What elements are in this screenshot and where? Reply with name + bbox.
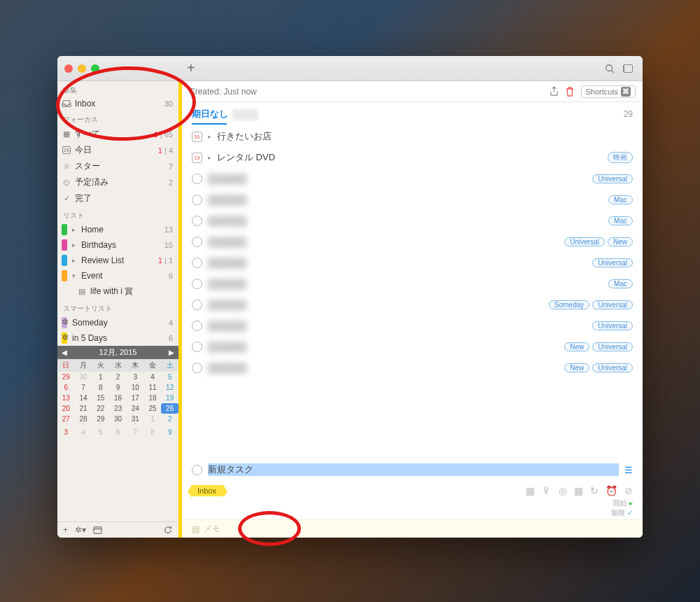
calendar-day[interactable]: 5 (92, 427, 109, 438)
task-row[interactable]: ██████UniversalNew (182, 231, 643, 252)
calendar-next[interactable]: ▶ (169, 349, 174, 356)
calendar-day[interactable]: 23 (109, 403, 127, 414)
location-icon[interactable]: ◎ (559, 485, 567, 496)
calendar-day[interactable]: 11 (144, 382, 162, 393)
task-checkbox[interactable] (192, 342, 202, 352)
calendar-day[interactable]: 15 (92, 393, 109, 403)
task-row[interactable]: ██████NewUniversal (182, 336, 643, 357)
calendar-day[interactable]: 8 (92, 382, 109, 393)
calendar-day[interactable]: 16 (109, 393, 127, 403)
memo-field[interactable]: ▤ メモ (182, 519, 643, 538)
calendar-day[interactable]: 17 (127, 393, 144, 403)
sidebar-list-item[interactable]: ▸Review List1 | 1 (57, 253, 178, 268)
sidebar-focus-item[interactable]: 26今日1 | 4 (57, 142, 178, 158)
tag[interactable]: Universal (592, 300, 633, 309)
calendar-day[interactable]: 9 (161, 427, 178, 438)
task-checkbox[interactable] (192, 195, 202, 205)
calendar-day[interactable]: 19 (161, 393, 178, 403)
calendar-day[interactable]: 13 (57, 393, 75, 403)
calendar-day[interactable]: 2 (161, 414, 178, 427)
calendar-day[interactable]: 7 (127, 427, 144, 438)
task-checkbox[interactable] (192, 321, 202, 331)
task-detail-icon[interactable]: ☰ (624, 465, 633, 475)
calendar-day[interactable]: 25 (144, 403, 162, 414)
tag[interactable]: Someday (549, 300, 589, 309)
calendar-day[interactable]: 18 (144, 393, 162, 403)
task-checkbox[interactable] (192, 174, 202, 184)
settings-icon[interactable]: ✲▾ (75, 525, 86, 535)
task-row[interactable]: ██████NewUniversal (182, 357, 643, 378)
tag[interactable]: Mac (608, 195, 633, 204)
calendar-day[interactable]: 27 (57, 414, 75, 427)
new-task-row[interactable]: 新規タスク ☰ (182, 459, 643, 480)
due-label[interactable]: 期限 (611, 509, 625, 517)
calendar-icon[interactable] (93, 526, 102, 534)
delete-icon[interactable] (566, 87, 574, 97)
calendar-day[interactable]: 31 (127, 414, 144, 427)
sidebar-inbox[interactable]: Inbox 30 (57, 97, 178, 111)
calendar-day[interactable]: 26 (161, 403, 178, 414)
tag[interactable]: New (608, 237, 633, 246)
calendar-day[interactable]: 24 (127, 403, 144, 414)
sidebar-smart-item[interactable]: ✲Someday4 (57, 315, 178, 330)
task-checkbox[interactable] (192, 465, 202, 475)
new-task-title[interactable]: 新規タスク (208, 463, 619, 476)
tag[interactable]: Universal (564, 237, 605, 246)
share-icon[interactable] (550, 86, 559, 97)
task-checkbox[interactable] (192, 363, 202, 373)
calendar-day[interactable]: 12 (161, 382, 178, 393)
calendar-day[interactable]: 1 (144, 414, 162, 427)
calendar-prev[interactable]: ◀ (62, 349, 67, 356)
task-date-box[interactable] (192, 132, 202, 142)
tag[interactable]: Mac (608, 279, 633, 288)
shortcuts-button[interactable]: Shortcuts⌘ (581, 85, 636, 98)
mini-calendar[interactable]: 日月火水木金土 29301234567891011121314151617181… (57, 359, 178, 438)
task-row[interactable]: ██████Universal (182, 168, 643, 189)
calendar-day[interactable]: 10 (127, 382, 144, 393)
add-button[interactable]: + (187, 60, 195, 76)
minimize-button[interactable] (78, 64, 86, 73)
calendar-day[interactable]: 30 (75, 372, 92, 382)
calendar-day[interactable]: 2 (109, 372, 127, 382)
calendar-day[interactable]: 14 (75, 393, 92, 403)
date-icon[interactable]: ▦ (574, 485, 583, 496)
calendar-day[interactable]: 6 (57, 382, 75, 393)
sidebar-focus-item[interactable]: ⏲予定済み2 (57, 174, 178, 190)
more-icon[interactable]: ⊘ (624, 485, 633, 496)
calendar-day[interactable]: 9 (109, 382, 127, 393)
calendar-day[interactable]: 28 (75, 414, 92, 427)
calendar-day[interactable]: 30 (109, 414, 127, 427)
sidebar-focus-item[interactable]: ▦すべて1 | 65 (57, 126, 178, 142)
calendar-day[interactable]: 4 (75, 427, 92, 438)
tag[interactable]: Universal (592, 342, 633, 351)
calendar-day[interactable]: 3 (57, 427, 75, 438)
task-checkbox[interactable] (192, 237, 202, 247)
sidebar-list-item[interactable]: ▸Birthdays15 (57, 237, 178, 253)
task-checkbox[interactable] (192, 279, 202, 289)
sidebar-smart-item[interactable]: ✲in 5 Days6 (57, 330, 178, 346)
tag[interactable]: Mac (608, 216, 633, 225)
start-label[interactable]: 開始 (613, 499, 627, 507)
add-list-icon[interactable]: + (63, 525, 68, 535)
calendar-day[interactable]: 1 (92, 372, 109, 382)
tag[interactable]: New (564, 363, 589, 372)
tag[interactable]: Universal (592, 321, 633, 330)
calendar-day[interactable]: 29 (57, 372, 75, 382)
reminder-icon[interactable]: ⏰ (606, 485, 617, 496)
zoom-button[interactable] (91, 64, 99, 73)
tag[interactable]: Universal (592, 363, 633, 372)
sidebar-list-item[interactable]: ▾Event6 (57, 268, 178, 284)
calendar-day[interactable]: 5 (161, 372, 178, 382)
sidebar-focus-item[interactable]: ☆スター7 (57, 158, 178, 174)
sidebar-list-item[interactable]: ▸Home13 (57, 222, 178, 237)
task-row[interactable]: ██████SomedayUniversal (182, 294, 643, 315)
calendar-day[interactable]: 20 (57, 403, 75, 414)
calendar-day[interactable]: 6 (109, 427, 127, 438)
mic-icon[interactable]: 🎙 (542, 485, 552, 496)
calendar-day[interactable]: 29 (92, 414, 109, 427)
task-row[interactable]: ▸行きたいお店 (182, 126, 643, 147)
calendar-day[interactable]: 3 (127, 372, 144, 382)
tag[interactable]: New (564, 342, 589, 351)
tag[interactable]: Universal (592, 258, 633, 267)
sidebar-focus-item[interactable]: ✓完了 (57, 190, 178, 206)
